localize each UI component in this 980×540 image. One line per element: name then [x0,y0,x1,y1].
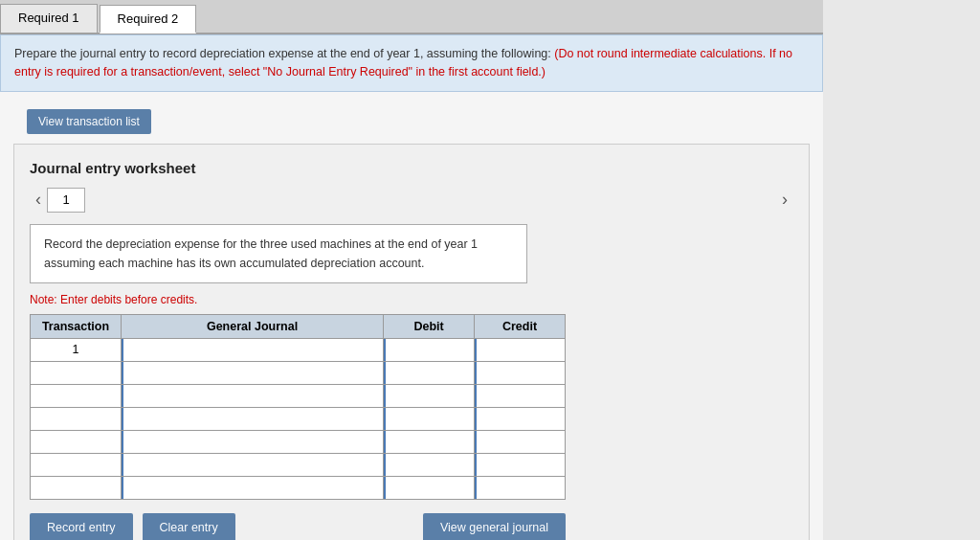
debit-input[interactable] [384,431,474,453]
general-journal-cell[interactable] [121,338,383,361]
general-journal-input[interactable] [122,362,383,384]
note-text: Note: Enter debits before credits. [30,293,793,306]
worksheet-title: Journal entry worksheet [30,160,793,176]
general-journal-input[interactable] [122,408,383,430]
general-journal-input[interactable] [122,385,383,407]
transaction-cell [31,430,122,453]
credit-cell[interactable] [475,384,566,407]
nav-row: ‹ › [30,188,793,213]
credit-input[interactable] [475,454,565,476]
credit-input[interactable] [475,477,565,499]
table-row: 1 [31,338,566,361]
instruction-box: Prepare the journal entry to record depr… [0,34,823,92]
col-header-credit: Credit [475,314,566,338]
credit-input[interactable] [475,339,565,361]
table-row [31,384,566,407]
credit-cell[interactable] [475,338,566,361]
clear-entry-button[interactable]: Clear entry [143,513,235,541]
credit-cell[interactable] [475,476,566,499]
table-row [31,430,566,453]
debit-cell[interactable] [384,384,475,407]
table-row [31,361,566,384]
table-row [31,453,566,476]
credit-input[interactable] [475,362,565,384]
buttons-row: Record entry Clear entry View general jo… [30,513,566,541]
debit-cell[interactable] [384,361,475,384]
debit-cell[interactable] [384,338,475,361]
transaction-cell [31,453,122,476]
col-header-transaction: Transaction [31,314,122,338]
description-text: Record the depreciation expense for the … [44,237,478,270]
tab-required2[interactable]: Required 2 [100,5,197,34]
general-journal-input[interactable] [122,339,383,361]
credit-cell[interactable] [475,407,566,430]
table-row [31,407,566,430]
general-journal-input[interactable] [122,477,383,499]
debit-cell[interactable] [384,476,475,499]
transaction-cell [31,476,122,499]
debit-cell[interactable] [384,453,475,476]
credit-cell[interactable] [475,430,566,453]
debit-input[interactable] [384,362,474,384]
debit-input[interactable] [384,385,474,407]
credit-cell[interactable] [475,361,566,384]
general-journal-cell[interactable] [121,453,383,476]
nav-page-input[interactable] [47,188,85,213]
general-journal-cell[interactable] [121,476,383,499]
worksheet-container: Journal entry worksheet ‹ › Record the d… [13,144,810,541]
debit-cell[interactable] [384,407,475,430]
credit-input[interactable] [475,431,565,453]
credit-cell[interactable] [475,453,566,476]
description-box: Record the depreciation expense for the … [30,224,527,283]
general-journal-input[interactable] [122,454,383,476]
transaction-cell [31,407,122,430]
general-journal-input[interactable] [122,431,383,453]
credit-input[interactable] [475,408,565,430]
instruction-main: Prepare the journal entry to record depr… [14,47,554,60]
general-journal-cell[interactable] [121,361,383,384]
tab-required1[interactable]: Required 1 [0,4,98,33]
debit-input[interactable] [384,408,474,430]
debit-input[interactable] [384,339,474,361]
debit-input[interactable] [384,454,474,476]
transaction-cell: 1 [31,338,122,361]
general-journal-cell[interactable] [121,407,383,430]
transaction-cell [31,361,122,384]
journal-table: Transaction General Journal Debit Credit… [30,314,566,500]
nav-next-button[interactable]: › [776,188,793,212]
debit-cell[interactable] [384,430,475,453]
col-header-debit: Debit [384,314,475,338]
view-general-journal-button[interactable]: View general journal [423,513,566,541]
nav-prev-button[interactable]: ‹ [30,188,47,212]
tabs-bar: Required 1 Required 2 [0,0,823,34]
general-journal-cell[interactable] [121,430,383,453]
record-entry-button[interactable]: Record entry [30,513,133,541]
table-row [31,476,566,499]
credit-input[interactable] [475,385,565,407]
general-journal-cell[interactable] [121,384,383,407]
view-transaction-button[interactable]: View transaction list [27,109,151,134]
transaction-cell [31,384,122,407]
debit-input[interactable] [384,477,474,499]
col-header-general: General Journal [121,314,383,338]
